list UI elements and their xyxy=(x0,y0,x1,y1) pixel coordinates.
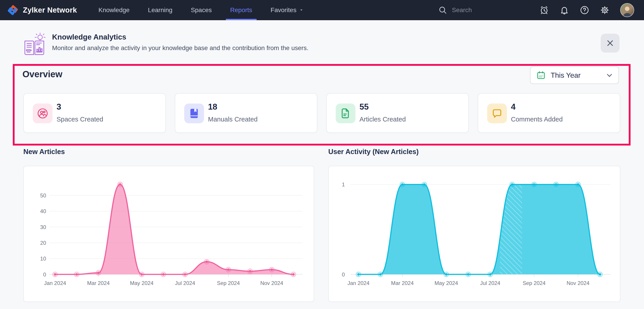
nav-item-knowledge[interactable]: Knowledge xyxy=(98,0,130,20)
overview-title: Overview xyxy=(22,69,62,79)
svg-text:Jan 2024: Jan 2024 xyxy=(347,280,369,286)
svg-text:30: 30 xyxy=(40,224,46,230)
stat-value: 18 xyxy=(208,102,217,112)
stat-label: Comments Added xyxy=(511,116,563,123)
close-icon xyxy=(606,39,614,47)
svg-text:Jul 2024: Jul 2024 xyxy=(480,280,500,286)
svg-text:Nov 2024: Nov 2024 xyxy=(260,280,283,286)
svg-text:50: 50 xyxy=(40,192,46,198)
search-icon[interactable] xyxy=(438,6,447,14)
new-articles-chart-card: 01020304050Jan 2024Mar 2024May 2024Jul 2… xyxy=(23,166,314,302)
svg-text:May 2024: May 2024 xyxy=(435,280,458,286)
user-activity-chart: 01Jan 2024Mar 2024May 2024Jul 2024Sep 20… xyxy=(329,166,620,301)
comments-icon xyxy=(491,108,503,119)
period-selector[interactable]: This Year xyxy=(530,67,619,84)
svg-text:Jul 2024: Jul 2024 xyxy=(175,280,195,286)
svg-text:10: 10 xyxy=(40,255,46,262)
stat-card-comments-added: 4 Comments Added xyxy=(478,93,620,133)
zylker-logo[interactable] xyxy=(6,4,19,17)
stat-label: Manuals Created xyxy=(208,116,258,123)
user-avatar[interactable] xyxy=(620,3,634,17)
chevron-down-icon xyxy=(606,72,613,79)
new-articles-chart: 01020304050Jan 2024Mar 2024May 2024Jul 2… xyxy=(24,166,314,301)
help-icon[interactable] xyxy=(580,6,589,15)
stat-icon-tile xyxy=(33,104,52,123)
svg-text:May 2024: May 2024 xyxy=(130,280,154,286)
spaces-icon xyxy=(37,108,48,119)
stat-value: 3 xyxy=(56,102,61,112)
stat-label: Spaces Created xyxy=(56,116,103,123)
search-input[interactable] xyxy=(452,6,526,14)
stat-icon-tile xyxy=(184,104,204,123)
nav-menu: Knowledge Learning Spaces Reports Favori… xyxy=(98,0,304,20)
nav-right xyxy=(438,3,634,17)
favorites-caret-icon xyxy=(299,8,304,12)
stat-value: 55 xyxy=(360,102,369,112)
svg-text:Sep 2024: Sep 2024 xyxy=(217,280,240,286)
svg-text:Sep 2024: Sep 2024 xyxy=(522,280,546,286)
calendar-icon xyxy=(536,71,546,80)
svg-text:40: 40 xyxy=(40,208,46,214)
close-button[interactable] xyxy=(601,34,620,53)
knowledge-analytics-illustration xyxy=(22,32,47,57)
notifications-bell-icon[interactable] xyxy=(560,6,569,15)
manuals-icon xyxy=(188,108,200,119)
svg-text:20: 20 xyxy=(40,240,46,246)
svg-text:Mar 2024: Mar 2024 xyxy=(391,280,414,286)
brand-name[interactable]: Zylker Network xyxy=(23,6,77,14)
stat-card-spaces-created: 3 Spaces Created xyxy=(23,93,166,133)
nav-item-learning[interactable]: Learning xyxy=(147,0,173,20)
settings-gear-icon[interactable] xyxy=(600,6,610,15)
stat-icon-tile xyxy=(336,104,356,123)
svg-text:0: 0 xyxy=(342,271,345,277)
svg-text:Nov 2024: Nov 2024 xyxy=(566,280,590,286)
nav-item-favorites[interactable]: Favorites xyxy=(270,0,304,20)
chart-title-new-articles: New Articles xyxy=(23,148,65,156)
stat-label: Articles Created xyxy=(360,116,406,123)
articles-icon xyxy=(340,108,352,119)
nav-item-reports[interactable]: Reports xyxy=(229,0,253,20)
stat-card-manuals-created: 18 Manuals Created xyxy=(175,93,317,133)
svg-text:1: 1 xyxy=(342,181,345,187)
svg-text:Mar 2024: Mar 2024 xyxy=(87,280,110,286)
stat-value: 4 xyxy=(511,102,516,112)
svg-text:0: 0 xyxy=(43,271,46,277)
svg-text:Jan 2024: Jan 2024 xyxy=(44,280,66,286)
user-activity-chart-card: 01Jan 2024Mar 2024May 2024Jul 2024Sep 20… xyxy=(328,166,620,302)
stat-icon-tile xyxy=(487,104,507,123)
period-label: This Year xyxy=(551,71,580,80)
screen: Zylker Network Knowledge Learning Spaces… xyxy=(0,0,644,309)
nav-item-spaces[interactable]: Spaces xyxy=(190,0,212,20)
chart-title-user-activity: User Activity (New Articles) xyxy=(328,148,419,156)
page-subtitle: Monitor and analyze the activity in your… xyxy=(52,45,308,52)
search-box xyxy=(438,6,540,14)
recent-activity-clock-icon[interactable] xyxy=(540,6,549,15)
stat-card-articles-created: 55 Articles Created xyxy=(326,93,469,133)
top-nav: Zylker Network Knowledge Learning Spaces… xyxy=(0,0,644,20)
page-title: Knowledge Analytics xyxy=(52,33,126,41)
